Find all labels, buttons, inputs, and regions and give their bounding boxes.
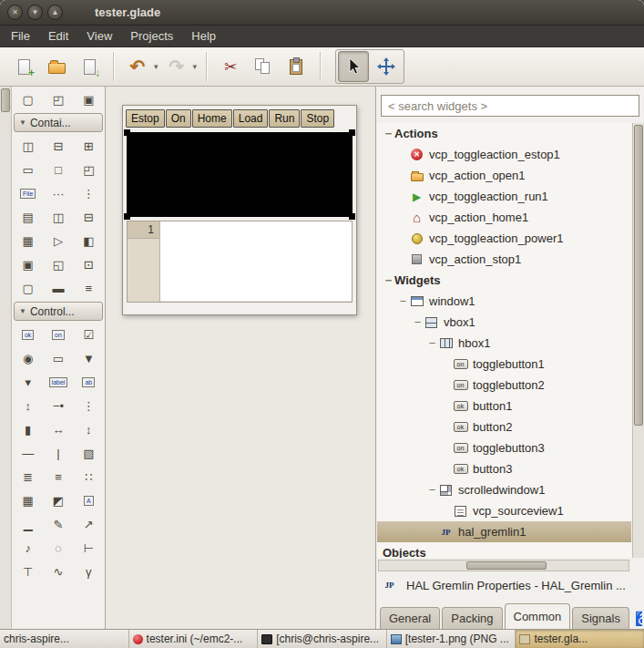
palette-item-gamma[interactable]: γ — [74, 560, 104, 583]
palette-item-iconview[interactable]: ∷ — [74, 465, 104, 489]
cut-button[interactable]: ✂ — [215, 51, 246, 82]
hal-gremlin-widget[interactable] — [127, 132, 353, 217]
taskbar-item-tester-gla-[interactable]: tester.gla... — [515, 630, 644, 648]
palette-item-vscale[interactable]: ⋮ — [74, 394, 104, 417]
selection-handle[interactable] — [349, 129, 355, 136]
tree-row-vcp-toggleaction-power1[interactable]: vcp_toggleaction_power1 — [377, 228, 631, 249]
search-widgets-input[interactable] — [381, 95, 639, 117]
palette-item-togglebutton[interactable]: on — [43, 323, 73, 346]
palette-item-handlebox[interactable]: ⊡ — [74, 252, 104, 276]
palette-item-expander[interactable]: ▷ — [43, 229, 73, 252]
palette-section-header-1[interactable]: ▼Control... — [14, 302, 103, 321]
tab-signals[interactable]: Signals — [572, 607, 629, 629]
redo-dropdown-arrow[interactable]: ▾ — [193, 51, 199, 82]
palette-item-button[interactable]: ok — [13, 323, 43, 346]
tab-common[interactable]: Common — [505, 603, 571, 629]
tree-row-button1[interactable]: okbutton1 — [377, 396, 631, 417]
expander-icon[interactable]: − — [426, 483, 438, 497]
palette-item-alignment[interactable]: ◧ — [74, 229, 104, 252]
palette-scrollbar[interactable] — [0, 87, 12, 629]
expander-icon[interactable]: − — [383, 273, 394, 287]
palette-item-fontbutton[interactable]: A — [74, 489, 104, 512]
palette-item-toolbar[interactable]: ▬ — [43, 276, 73, 300]
palette-item-radiobutton[interactable]: ◉ — [13, 346, 43, 370]
palette-item-hbuttonbox[interactable]: ··· — [43, 181, 73, 205]
palette-scrollbar-thumb[interactable] — [1, 88, 10, 112]
palette-item-hbox[interactable]: ◫ — [13, 134, 43, 158]
tree-row-button3[interactable]: okbutton3 — [377, 458, 631, 479]
palette-item-vseparator[interactable]: | — [43, 441, 73, 465]
palette-item-scrolledwindow[interactable]: ◱ — [43, 252, 73, 276]
tree-row-scrolledwindow1[interactable]: −scrolledwindow1 — [377, 479, 631, 500]
menu-edit[interactable]: Edit — [39, 26, 77, 46]
palette-item-textview[interactable]: ≣ — [13, 465, 43, 489]
design-button-load[interactable]: Load — [233, 109, 269, 128]
tree-row-vcp-action-stop1[interactable]: vcp_action_stop1 — [377, 249, 631, 270]
tree-row-window1[interactable]: −window1 — [377, 291, 631, 312]
palette-item-dialog[interactable]: ◰ — [43, 87, 73, 111]
design-button-on[interactable]: On — [166, 109, 191, 128]
menu-view[interactable]: View — [77, 26, 121, 46]
design-button-run[interactable]: Run — [269, 109, 300, 128]
palette-item-calendar[interactable]: ▦ — [13, 489, 43, 512]
palette-item-checkbutton[interactable]: ☑ — [74, 323, 104, 346]
tree-row-vbox1[interactable]: −vbox1 — [377, 312, 631, 333]
palette-item-vbox[interactable]: ⊟ — [43, 134, 73, 158]
tree-row-actions[interactable]: −Actions — [377, 123, 631, 144]
palette-item-table[interactable]: ⊞ — [74, 134, 104, 158]
palette-item-hruler[interactable]: ⊢ — [74, 536, 104, 560]
menu-projects[interactable]: Projects — [121, 26, 182, 46]
palette-item-entry[interactable]: ▭ — [43, 346, 73, 370]
tree-row-objects[interactable]: Objects — [377, 542, 631, 558]
new-button[interactable]: + — [8, 51, 39, 82]
tree-row-hal-gremlin1[interactable]: JPhal_gremlin1 — [377, 521, 631, 542]
selection-handle[interactable] — [124, 129, 130, 136]
tree-row-vcp-sourceview1[interactable]: vcp_sourceview1 — [377, 500, 631, 521]
undo-button[interactable]: ↶ — [122, 51, 153, 82]
tree-row-vcp-action-home1[interactable]: ⌂vcp_action_home1 — [377, 207, 631, 228]
palette-item-notebook[interactable]: ▤ — [13, 205, 43, 229]
save-button[interactable]: ↓ — [74, 51, 105, 82]
palette-item-drawingarea[interactable]: ✎ — [43, 512, 73, 536]
design-canvas[interactable]: EstopOnHomeLoadRunStop 1 — [106, 87, 375, 629]
maximize-button[interactable]: ▲ — [47, 5, 63, 20]
tree-row-vcp-toggleaction-estop1[interactable]: ✕vcp_toggleaction_estop1 — [377, 144, 631, 165]
redo-button[interactable]: ↷ — [161, 51, 192, 82]
tree-row-togglebutton1[interactable]: ontogglebutton1 — [377, 354, 631, 375]
palette-item-label[interactable]: label — [43, 370, 73, 394]
palette-item-combobox[interactable]: ▾ — [13, 370, 43, 394]
taskbar-item--tester-1-png-png-[interactable]: [tester-1.png (PNG ... — [386, 630, 516, 648]
palette-item-fixed[interactable]: ▭ — [13, 158, 43, 181]
select-button[interactable] — [338, 51, 369, 82]
expander-icon[interactable]: − — [397, 294, 409, 308]
palette-item-filechooserwidget[interactable]: File — [13, 181, 43, 205]
palette-item-window[interactable]: ▢ — [13, 87, 43, 111]
open-button[interactable] — [41, 51, 72, 82]
palette-item-menubar[interactable]: ≡ — [74, 276, 104, 300]
taskbar-item-chris-aspire-[interactable]: chris-aspire... — [0, 630, 128, 648]
palette-item-treeview[interactable]: ≡ — [43, 465, 73, 489]
palette-item-eventbox[interactable]: ▢ — [13, 276, 43, 300]
palette-item-aboutdialog[interactable]: ▣ — [74, 87, 104, 111]
selection-handle[interactable] — [349, 213, 355, 220]
minimize-button[interactable]: ▼ — [27, 5, 43, 20]
palette-item-spinbutton[interactable]: ↕ — [13, 394, 43, 417]
palette-item-frame[interactable]: □ — [43, 158, 73, 181]
menu-file[interactable]: File — [2, 26, 39, 46]
selection-handle[interactable] — [124, 213, 130, 220]
palette-item-hscrollbar[interactable]: ↔ — [43, 417, 73, 441]
taskbar-item-tester-ini-emc2-[interactable]: tester.ini (~/emc2-... — [128, 630, 258, 648]
tree-row-vcp-action-open1[interactable]: vcp_action_open1 — [377, 165, 631, 186]
tree-horizontal-scrollbar-thumb[interactable] — [466, 561, 547, 570]
palette-item-accellabel[interactable]: ab — [74, 370, 104, 394]
sourceview-text-area[interactable] — [160, 221, 352, 302]
design-window[interactable]: EstopOnHomeLoadRunStop 1 — [122, 105, 357, 315]
palette-item-aspectframe[interactable]: ◰ — [74, 158, 104, 181]
tree-row-togglebutton2[interactable]: ontogglebutton2 — [377, 375, 631, 396]
drag-resize-button[interactable] — [371, 51, 402, 82]
tree-row-button2[interactable]: okbutton2 — [377, 417, 631, 437]
design-button-home[interactable]: Home — [192, 109, 232, 128]
tree-row-hbox1[interactable]: −hbox1 — [377, 333, 631, 354]
design-button-stop[interactable]: Stop — [301, 109, 334, 128]
tab-packing[interactable]: Packing — [442, 607, 502, 629]
